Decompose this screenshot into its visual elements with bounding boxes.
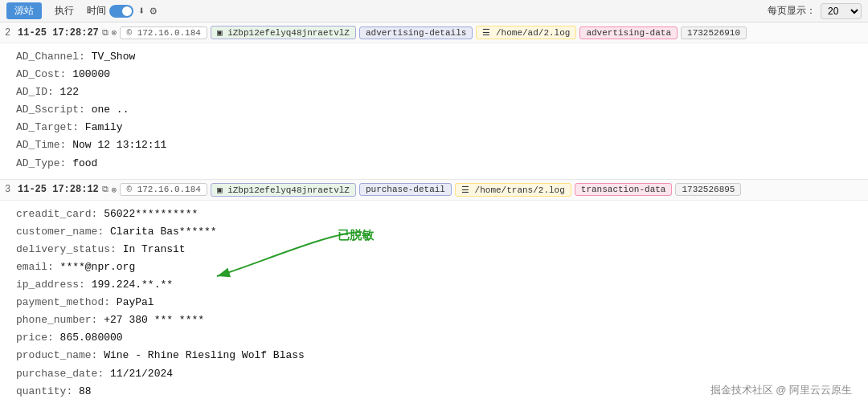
ip-tag-2[interactable]: © 172.16.0.184 bbox=[120, 183, 207, 196]
copy-icon-2[interactable]: ⧉ bbox=[102, 185, 108, 194]
download-icon[interactable]: ⬇ bbox=[138, 4, 145, 18]
watermark: 掘金技术社区 @ 阿里云云原生 bbox=[710, 383, 852, 397]
toggle-switch[interactable] bbox=[109, 5, 133, 18]
field-credit-card: creadit_card: 56022********** bbox=[16, 206, 852, 223]
file-value: /home/ad/2.log bbox=[496, 28, 570, 38]
file-tag-2[interactable]: ☰ /home/trans/2.log bbox=[455, 183, 571, 197]
entry-timestamp-2: 11-25 17:28:12 bbox=[18, 184, 99, 195]
log-container: 2 11-25 17:28:27 ⧉ ⊗ © 172.16.0.184 ▣ iZ… bbox=[0, 22, 868, 407]
log-entry-header: 2 11-25 17:28:27 ⧉ ⊗ © 172.16.0.184 ▣ iZ… bbox=[0, 22, 868, 43]
field-ad-time: AD_Time: Now 12 13:12:11 bbox=[16, 136, 852, 154]
top-bar: 源站 执行 时间 ⬇ ⚙ 每页显示： 20 50 100 bbox=[0, 0, 868, 22]
tab-source[interactable]: 源站 bbox=[6, 2, 42, 19]
entry-body: AD_Channel: TV_Show AD_Cost: 100000 AD_I… bbox=[0, 43, 868, 179]
field-ad-cost: AD_Cost: 100000 bbox=[16, 66, 852, 83]
log-entry-header-2: 3 11-25 17:28:12 ⧉ ⊗ © 172.16.0.184 ▣ iZ… bbox=[0, 180, 868, 201]
field-payment-method: payment_method: PayPal bbox=[16, 294, 852, 311]
field-ad-id: AD_ID: 122 bbox=[16, 83, 852, 101]
ip-value: 172.16.0.184 bbox=[137, 28, 201, 38]
route-tag-2[interactable]: purchase-detail bbox=[359, 183, 452, 196]
copy-icon[interactable]: ⧉ bbox=[102, 28, 108, 38]
log-entry: 2 11-25 17:28:27 ⧉ ⊗ © 172.16.0.184 ▣ iZ… bbox=[0, 22, 868, 180]
page-size-label: 每页显示： bbox=[768, 4, 816, 18]
ip-icon-2: © bbox=[126, 185, 132, 194]
field-ad-sscript: AD_Sscript: one .. bbox=[16, 101, 852, 119]
record-id-tag: 1732526910 bbox=[681, 26, 747, 39]
data-type-tag-2[interactable]: transaction-data bbox=[575, 183, 673, 196]
ip-tag[interactable]: © 172.16.0.184 bbox=[120, 26, 207, 39]
field-ad-channel: AD_Channel: TV_Show bbox=[16, 48, 852, 66]
ip-value-2: 172.16.0.184 bbox=[137, 185, 201, 194]
page-size-select[interactable]: 20 50 100 bbox=[821, 3, 862, 19]
field-phone-number: phone_number: +27 380 *** **** bbox=[16, 311, 852, 329]
session-icon-2: ▣ bbox=[217, 185, 223, 195]
log-entry-purchase: 3 11-25 17:28:12 ⧉ ⊗ © 172.16.0.184 ▣ iZ… bbox=[0, 180, 868, 407]
route-tag[interactable]: advertising-details bbox=[359, 26, 473, 39]
entry-timestamp: 11-25 17:28:27 bbox=[18, 27, 99, 39]
session-tag-2[interactable]: ▣ iZbp12efelyq48jnraetvlZ bbox=[211, 183, 356, 197]
filter-icon-2[interactable]: ⊗ bbox=[112, 185, 117, 195]
session-icon: ▣ bbox=[217, 28, 223, 38]
file-icon: ☰ bbox=[482, 28, 490, 38]
entry-number-2: 3 bbox=[5, 184, 14, 195]
session-tag[interactable]: ▣ iZbp12efelyq48jnraetvlZ bbox=[211, 26, 356, 39]
session-value: iZbp12efelyq48jnraetvlZ bbox=[227, 28, 350, 38]
field-product-name: product_name: Wine - Rhine Riesling Wolf… bbox=[16, 347, 852, 364]
file-tag[interactable]: ☰ /home/ad/2.log bbox=[476, 26, 576, 39]
field-ad-type: AD_Type: food bbox=[16, 155, 852, 173]
desensitized-label: 已脱敏 bbox=[338, 228, 374, 243]
field-price: price: 865.080000 bbox=[16, 329, 852, 347]
field-delivery-status: delivery_status: In Transit bbox=[16, 241, 852, 258]
field-ip-address: ip_address: 199.224.**.** bbox=[16, 276, 852, 294]
gear-icon[interactable]: ⚙ bbox=[149, 4, 156, 18]
field-email: email: ****@npr.org bbox=[16, 258, 852, 276]
file-icon-2: ☰ bbox=[461, 185, 469, 195]
field-customer-name: customer_name: Clarita Bas****** bbox=[16, 223, 852, 241]
data-type-tag[interactable]: advertising-data bbox=[579, 26, 678, 39]
entry-body-2: creadit_card: 56022********** customer_n… bbox=[0, 201, 868, 407]
record-id-tag-2: 1732526895 bbox=[675, 183, 741, 196]
toggle-label: 时间 bbox=[87, 4, 106, 18]
top-bar-right: 每页显示： 20 50 100 bbox=[768, 3, 862, 19]
ip-icon: © bbox=[126, 28, 132, 38]
tab-execute[interactable]: 执行 bbox=[47, 2, 82, 19]
filter-icon[interactable]: ⊗ bbox=[112, 27, 117, 38]
entry-number: 2 bbox=[5, 27, 14, 39]
field-ad-target: AD_Target: Family bbox=[16, 119, 852, 136]
field-purchase-date: purchase_date: 11/21/2024 bbox=[16, 365, 852, 383]
time-toggle[interactable]: 时间 bbox=[87, 4, 133, 18]
session-value-2: iZbp12efelyq48jnraetvlZ bbox=[227, 185, 350, 195]
file-value-2: /home/trans/2.log bbox=[475, 185, 565, 195]
